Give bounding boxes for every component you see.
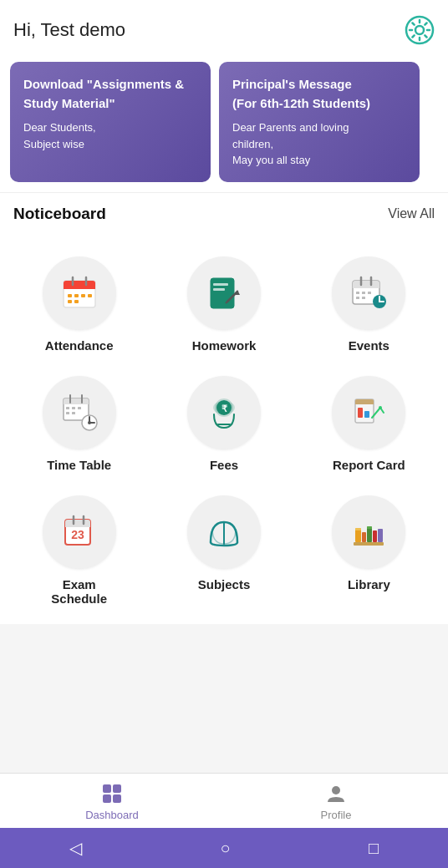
- svg-rect-4: [64, 286, 95, 289]
- svg-rect-7: [68, 294, 72, 297]
- svg-rect-74: [103, 794, 111, 803]
- noticeboard-bar: Noticeboard View All: [0, 192, 448, 231]
- events-icon-circle: [332, 256, 405, 330]
- svg-text:₹: ₹: [221, 404, 227, 414]
- svg-rect-21: [353, 285, 379, 288]
- nav-dashboard[interactable]: Dashboard: [0, 774, 224, 828]
- svg-rect-41: [72, 412, 75, 414]
- svg-rect-37: [66, 407, 69, 409]
- noticeboard-title: Noticeboard: [13, 205, 106, 223]
- svg-point-45: [88, 421, 91, 424]
- menu-item-events[interactable]: Events: [297, 245, 441, 364]
- settings-icon[interactable]: [405, 15, 435, 45]
- svg-rect-68: [373, 530, 377, 542]
- reportcard-icon-circle: [332, 376, 405, 449]
- fees-icon-circle: ₹: [187, 376, 261, 449]
- timetable-icon-circle: [43, 376, 116, 449]
- svg-rect-64: [354, 542, 384, 546]
- banner-1-title: Download "Assignments & Study Material": [23, 75, 197, 113]
- android-back-button[interactable]: ◁: [69, 838, 82, 858]
- banner-card-1[interactable]: Download "Assignments & Study Material" …: [10, 62, 211, 182]
- homework-label: Homework: [192, 338, 257, 353]
- menu-grid: Attendance Homework: [0, 231, 448, 624]
- menu-item-attendance[interactable]: Attendance: [7, 245, 151, 364]
- menu-item-subjects[interactable]: Subjects: [151, 484, 296, 617]
- svg-rect-69: [378, 529, 383, 542]
- nav-profile[interactable]: Profile: [224, 774, 448, 828]
- svg-rect-25: [362, 292, 365, 294]
- subjects-icon-circle: [187, 495, 261, 569]
- svg-rect-15: [213, 288, 225, 291]
- svg-rect-9: [81, 294, 85, 297]
- svg-rect-8: [74, 294, 79, 297]
- svg-point-76: [332, 786, 340, 794]
- events-label: Events: [349, 338, 389, 353]
- svg-rect-66: [362, 532, 366, 542]
- android-home-button[interactable]: ○: [220, 839, 230, 858]
- svg-point-56: [379, 406, 382, 409]
- menu-item-reportcard[interactable]: Report Card: [297, 364, 441, 484]
- reportcard-label: Report Card: [333, 458, 405, 472]
- svg-rect-75: [113, 794, 121, 803]
- svg-rect-73: [113, 784, 121, 793]
- svg-rect-70: [355, 528, 361, 530]
- header: Hi, Test demo: [0, 0, 448, 55]
- banner-2-title: Principal's Message(For 6th-12th Student…: [232, 75, 406, 113]
- nav-dashboard-label: Dashboard: [85, 809, 139, 821]
- svg-rect-24: [356, 292, 359, 294]
- menu-item-examschedule[interactable]: 23 ExamSchedule: [7, 484, 151, 617]
- svg-rect-34: [64, 401, 89, 404]
- attendance-icon-circle: [43, 256, 116, 330]
- svg-rect-38: [72, 407, 75, 409]
- view-all-button[interactable]: View All: [388, 206, 435, 221]
- svg-rect-72: [103, 784, 111, 793]
- android-recent-button[interactable]: □: [369, 839, 379, 858]
- android-nav: ◁ ○ □: [0, 828, 448, 868]
- banners-section: Download "Assignments & Study Material" …: [0, 55, 448, 192]
- greeting-text: Hi, Test demo: [13, 19, 125, 41]
- menu-item-timetable[interactable]: Time Table: [7, 364, 151, 484]
- svg-rect-27: [356, 297, 359, 299]
- svg-rect-39: [78, 407, 81, 409]
- attendance-label: Attendance: [45, 338, 114, 353]
- menu-item-homework[interactable]: Homework: [151, 245, 296, 364]
- examschedule-label: ExamSchedule: [51, 577, 107, 606]
- library-icon-circle: [332, 495, 405, 569]
- svg-rect-59: [65, 524, 90, 527]
- nav-profile-label: Profile: [321, 809, 352, 821]
- svg-rect-10: [88, 294, 92, 297]
- svg-rect-53: [355, 401, 374, 404]
- menu-item-library[interactable]: Library: [297, 484, 441, 617]
- bottom-nav: Dashboard Profile: [0, 773, 448, 828]
- svg-rect-14: [213, 283, 228, 286]
- svg-rect-71: [367, 526, 372, 529]
- banner-1-body: Dear Students,Subject wise: [23, 119, 197, 152]
- banner-card-2[interactable]: Principal's Message(For 6th-12th Student…: [219, 62, 420, 182]
- svg-rect-55: [364, 411, 369, 418]
- svg-rect-28: [362, 297, 365, 299]
- svg-point-1: [415, 26, 424, 34]
- svg-rect-65: [355, 529, 361, 542]
- banner-2-body: Dear Parents and lovingchildren,May you …: [232, 119, 406, 169]
- menu-item-fees[interactable]: ₹ Fees: [151, 364, 296, 484]
- library-label: Library: [348, 577, 390, 591]
- svg-text:23: 23: [71, 528, 84, 541]
- svg-rect-12: [74, 300, 79, 303]
- homework-icon-circle: [187, 256, 261, 330]
- fees-label: Fees: [210, 458, 238, 472]
- svg-rect-67: [367, 527, 372, 542]
- timetable-label: Time Table: [47, 458, 111, 472]
- subjects-label: Subjects: [198, 577, 251, 591]
- examschedule-icon-circle: 23: [43, 495, 116, 569]
- svg-rect-26: [368, 292, 371, 294]
- svg-rect-40: [66, 412, 69, 414]
- svg-rect-11: [68, 300, 72, 303]
- svg-rect-13: [211, 278, 234, 308]
- svg-rect-54: [358, 408, 363, 418]
